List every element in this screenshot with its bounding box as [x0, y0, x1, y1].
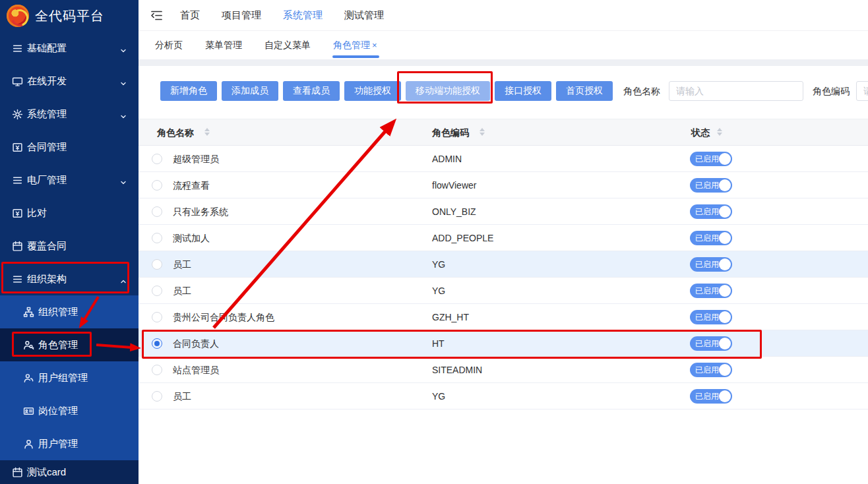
- table-row-selected[interactable]: 合同负责人 HT 已启用: [139, 330, 868, 357]
- role-code-filter-label: 角色编码: [813, 81, 850, 101]
- close-icon[interactable]: ×: [372, 41, 377, 49]
- add-member-button[interactable]: 添加成员: [222, 81, 278, 101]
- table-row[interactable]: 员工 YG 已启用: [139, 278, 868, 304]
- calendar-icon: [12, 241, 23, 252]
- column-header-status[interactable]: 状态: [691, 119, 710, 146]
- sidebar-item-org-structure[interactable]: 组织架构: [0, 262, 139, 295]
- sidebar-item-user-group-mgmt[interactable]: 用户组管理: [0, 361, 139, 394]
- user-group-icon: [23, 373, 34, 384]
- logo-icon: [7, 5, 29, 27]
- table-row[interactable]: 贵州公司合同负责人角色 GZH_HT 已启用: [139, 304, 868, 330]
- calendar-icon: [12, 467, 23, 478]
- chevron-down-icon: [120, 111, 127, 123]
- nav-item-system-mgmt[interactable]: 系统管理: [278, 9, 328, 22]
- chevron-up-icon: [120, 276, 127, 287]
- sidebar-item-cover-contract[interactable]: 覆盖合同: [0, 229, 139, 262]
- sidebar-submenu: 组织管理 角色管理 用户组管理 岗位管理 用户管理: [0, 295, 139, 460]
- sidebar-item-org-mgmt[interactable]: 组织管理: [0, 295, 139, 328]
- radio-button[interactable]: [152, 206, 162, 217]
- status-toggle[interactable]: 已启用: [690, 152, 732, 166]
- sidebar-item-role-mgmt[interactable]: 角色管理: [0, 328, 139, 361]
- chevron-down-icon: [120, 177, 127, 189]
- chevron-down-icon: [120, 45, 127, 57]
- sidebar-item-post-mgmt[interactable]: 岗位管理: [0, 394, 139, 427]
- sidebar-item-test-card[interactable]: 测试card: [0, 460, 139, 484]
- tab-bar: 分析页 菜单管理 自定义菜单 角色管理 ×: [139, 31, 868, 59]
- column-header-role-code[interactable]: 角色编码: [432, 119, 469, 146]
- menu-fold-icon[interactable]: [150, 9, 164, 21]
- home-auth-button[interactable]: 首页授权: [556, 81, 613, 101]
- column-header-role-name[interactable]: 角色名称: [157, 119, 194, 146]
- sort-icon[interactable]: [717, 128, 722, 136]
- view-members-button[interactable]: 查看成员: [283, 81, 340, 101]
- role-name-filter-label: 角色名称: [623, 81, 660, 101]
- tab-analysis[interactable]: 分析页: [144, 31, 194, 59]
- table-row[interactable]: 流程查看 flowViewer 已启用: [139, 172, 868, 198]
- top-navbar: 首页 项目管理 系统管理 测试管理: [139, 0, 868, 31]
- divider-strip: [139, 59, 868, 66]
- nav-item-project-mgmt[interactable]: 项目管理: [216, 9, 266, 22]
- mobile-function-auth-button[interactable]: 移动端功能授权: [406, 81, 490, 101]
- radio-button[interactable]: [152, 286, 162, 296]
- api-auth-button[interactable]: 接口授权: [495, 81, 551, 101]
- radio-button[interactable]: [152, 391, 162, 402]
- radio-button-selected[interactable]: [152, 338, 162, 349]
- list-icon: [12, 43, 23, 54]
- sidebar-item-contract-mgmt[interactable]: 合同管理: [0, 131, 139, 164]
- table-row[interactable]: 站点管理员 SITEADMIN 已启用: [139, 357, 868, 383]
- radio-button[interactable]: [152, 180, 162, 191]
- add-role-button[interactable]: 新增角色: [160, 81, 217, 101]
- function-auth-button[interactable]: 功能授权: [344, 81, 401, 101]
- monitor-icon: [12, 76, 23, 87]
- table-row[interactable]: 员工 YG 已启用: [139, 383, 868, 409]
- status-toggle[interactable]: 已启用: [690, 257, 732, 272]
- tab-role-mgmt[interactable]: 角色管理 ×: [322, 31, 388, 59]
- compare-icon: [12, 208, 23, 219]
- status-toggle[interactable]: 已启用: [690, 204, 732, 219]
- status-toggle[interactable]: 已启用: [690, 284, 732, 298]
- sidebar-item-compare[interactable]: 比对: [0, 197, 139, 229]
- role-name-filter-input[interactable]: [669, 81, 803, 101]
- table-row[interactable]: 员工 YG 已启用: [139, 251, 868, 278]
- status-toggle[interactable]: 已启用: [690, 363, 732, 377]
- status-toggle[interactable]: 已启用: [690, 231, 732, 245]
- sidebar-item-online-dev[interactable]: 在线开发: [0, 65, 139, 98]
- id-card-icon: [23, 406, 34, 417]
- tab-custom-menu[interactable]: 自定义菜单: [253, 31, 322, 59]
- list-icon: [12, 175, 23, 186]
- gear-icon: [12, 109, 23, 120]
- status-toggle[interactable]: 已启用: [690, 310, 732, 324]
- main-content: 新增角色 添加成员 查看成员 功能授权 移动端功能授权 接口授权 首页授权 角色…: [139, 66, 868, 484]
- sort-icon[interactable]: [204, 128, 210, 136]
- roles-table: 角色名称 角色编码 状态 超级管理员 ADMIN 已启用 流程查看 flowVi…: [139, 119, 868, 409]
- sidebar-item-plant-mgmt[interactable]: 电厂管理: [0, 164, 139, 197]
- logo: 全代码平台: [0, 0, 139, 32]
- status-toggle[interactable]: 已启用: [690, 178, 732, 193]
- app-title: 全代码平台: [35, 7, 104, 25]
- org-chart-icon: [23, 307, 34, 318]
- sidebar-item-base-config[interactable]: 基础配置: [0, 32, 139, 65]
- nav-item-test-mgmt[interactable]: 测试管理: [339, 9, 389, 22]
- status-toggle[interactable]: 已启用: [690, 389, 732, 404]
- radio-button[interactable]: [152, 259, 162, 270]
- sidebar-item-system-mgmt[interactable]: 系统管理: [0, 98, 139, 131]
- nav-item-home[interactable]: 首页: [175, 9, 205, 22]
- radio-button[interactable]: [152, 233, 162, 243]
- table-row[interactable]: 超级管理员 ADMIN 已启用: [139, 146, 868, 172]
- sidebar: 全代码平台 基础配置 在线开发 系统管理 合同管理 电厂管理 比对: [0, 0, 139, 484]
- status-toggle[interactable]: 已启用: [690, 336, 732, 351]
- list-icon: [12, 274, 23, 285]
- table-header: 角色名称 角色编码 状态: [139, 119, 868, 146]
- active-tab-underline: [332, 55, 379, 58]
- radio-button[interactable]: [152, 312, 162, 322]
- chevron-down-icon: [120, 78, 127, 90]
- user-icon: [23, 439, 34, 450]
- role-code-filter-input[interactable]: [856, 81, 868, 101]
- app-window: 全代码平台 基础配置 在线开发 系统管理 合同管理 电厂管理 比对: [0, 0, 868, 484]
- radio-button[interactable]: [152, 365, 162, 375]
- radio-button[interactable]: [152, 154, 162, 164]
- tab-menu-mgmt[interactable]: 菜单管理: [194, 31, 253, 59]
- table-row[interactable]: 只有业务系统 ONLY_BIZ 已启用: [139, 198, 868, 225]
- sort-icon[interactable]: [480, 128, 485, 136]
- table-row[interactable]: 测试加人 ADD_PEOPLE 已启用: [139, 225, 868, 251]
